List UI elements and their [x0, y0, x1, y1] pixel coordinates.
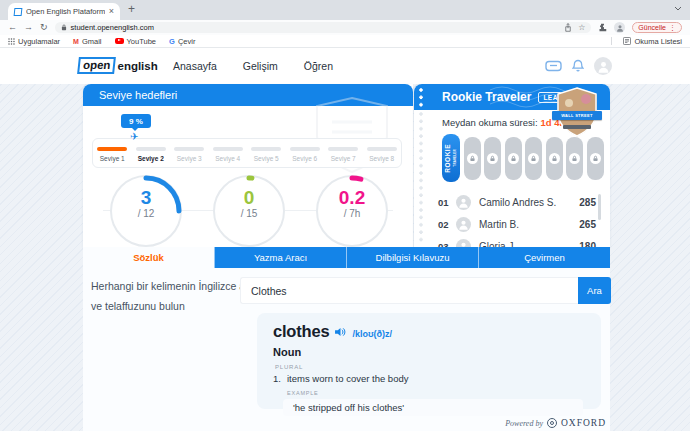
nav-ogren[interactable]: Öğren	[304, 60, 333, 72]
level-label: Seviye 6	[292, 155, 317, 162]
url-bar[interactable]: student.openenglish.com ☆	[55, 22, 592, 33]
locked-slot	[525, 137, 542, 180]
logo-english: english	[117, 60, 157, 72]
reading-list-icon	[623, 37, 631, 45]
leaderboard-scrollbar[interactable]	[598, 194, 601, 220]
google-translate-icon: G	[169, 37, 175, 46]
level-4: Seviye 4	[209, 147, 248, 167]
browser-tabstrip: Open English Plataforma × +	[0, 0, 690, 20]
tab-sozluk[interactable]: Sözlük	[83, 247, 214, 268]
extensions-puzzle-icon[interactable]	[598, 23, 607, 32]
lock-icon	[61, 24, 67, 31]
trophy-slots: ROOKIETRAVELER	[442, 134, 604, 182]
level-2: Seviye 2	[132, 147, 171, 167]
level-6: Seviye 6	[286, 147, 325, 167]
gmail-icon: M	[73, 38, 79, 45]
leaderboard-row: 02 Martin B. 265	[438, 213, 596, 235]
nav-anasayfa[interactable]: Anasayfa	[173, 60, 217, 72]
level-bar	[97, 147, 127, 151]
search-button[interactable]: Ara	[578, 277, 611, 304]
url-text: student.openenglish.com	[71, 23, 561, 32]
level-8: Seviye 8	[363, 147, 402, 167]
level-label: Seviye 2	[138, 155, 164, 162]
player-name: Martin B.	[479, 219, 579, 230]
locked-slot	[484, 137, 501, 180]
progress-tooltip: 9 %	[121, 114, 151, 128]
nav-gelisim[interactable]: Gelişim	[243, 60, 278, 72]
forward-icon[interactable]: →	[24, 23, 33, 32]
back-icon[interactable]: ←	[8, 23, 17, 32]
word-search-input[interactable]	[240, 277, 578, 304]
reload-icon[interactable]: ↻	[40, 23, 48, 32]
rank: 02	[438, 219, 456, 230]
level-bar	[251, 147, 281, 151]
level-7: Seviye 7	[324, 147, 363, 167]
chrome-update-button[interactable]: Güncelle ⋮	[632, 22, 682, 33]
level-bar	[213, 147, 243, 151]
logo-open: open	[77, 57, 116, 74]
league-shield-badge: WALL STREET	[555, 87, 599, 137]
metric-total: / 12	[108, 208, 184, 219]
oxford-logo-icon	[547, 418, 557, 428]
level-3: Seviye 3	[170, 147, 209, 167]
lock-icon	[549, 153, 560, 164]
lock-icon	[590, 153, 601, 164]
lock-icon	[528, 153, 539, 164]
player-name: Camilo Andres S.	[479, 197, 579, 208]
metric-value: 0.2	[314, 188, 390, 208]
bookmark-star-icon[interactable]: ☆	[578, 23, 585, 32]
levels-progress: Seviye 1 Seviye 2 Seviye 3 Seviye 4 Sevi…	[92, 138, 402, 168]
ticket-perforation	[419, 112, 423, 245]
part-of-speech: Noun	[273, 346, 585, 358]
locked-slot	[587, 137, 604, 180]
prompt-line-2: ve telaffuzunu bulun	[91, 300, 185, 312]
notifications-bell-icon[interactable]	[572, 59, 584, 73]
chrome-update-label: Güncelle	[638, 24, 666, 31]
browser-tab[interactable]: Open English Plataforma ×	[8, 3, 120, 20]
metric-lessons: 3/ 12	[108, 173, 184, 249]
level-bar	[328, 147, 358, 151]
tab-yazma-araci[interactable]: Yazma Aracı	[214, 247, 346, 268]
user-avatar[interactable]	[594, 57, 612, 75]
lock-icon	[487, 153, 498, 164]
apps-grid-icon	[8, 38, 15, 45]
browser-profile-avatar[interactable]	[614, 22, 625, 33]
locked-slot	[546, 137, 563, 180]
open-english-logo[interactable]: open english	[78, 57, 158, 74]
app-header: open english Anasayfa Gelişim Öğren	[0, 48, 690, 84]
bookmark-youtube[interactable]: YouTube	[115, 37, 156, 46]
tier-tab-rookie[interactable]: ROOKIETRAVELER	[442, 134, 460, 182]
speaker-icon[interactable]	[335, 327, 346, 337]
bookmark-label: Uygulamalar	[18, 37, 60, 46]
metric-hours: 0.2/ 7h	[314, 173, 390, 249]
shield-ribbon-label: WALL STREET	[561, 113, 592, 118]
chevron-down-icon[interactable]	[674, 4, 682, 12]
dictionary-search: Ara	[240, 277, 611, 304]
oxford-brand: OXFORD	[561, 418, 606, 428]
powered-by: Powered by OXFORD	[505, 418, 606, 428]
bookmark-translate[interactable]: G Çevir	[169, 37, 195, 46]
progress-tooltip-value: 9 %	[129, 117, 143, 126]
level-label: Seviye 3	[177, 155, 202, 162]
tier-label: ROOKIE	[444, 144, 451, 173]
tab-close-icon[interactable]: ×	[109, 7, 114, 16]
tab-dilbilgisi-kilavuzu[interactable]: Dilbilgisi Kılavuzu	[346, 247, 478, 268]
site-favicon	[14, 8, 23, 16]
kebab-menu-icon[interactable]: ⋮	[669, 24, 676, 32]
metric-activities: 0/ 15	[211, 173, 287, 249]
level-label: Seviye 8	[369, 155, 394, 162]
bookmark-apps[interactable]: Uygulamalar	[8, 37, 60, 46]
bookmark-label: YouTube	[127, 37, 156, 46]
reading-list-button[interactable]: Okuma Listesi	[623, 37, 682, 46]
chat-icon[interactable]	[545, 60, 562, 73]
locked-slot	[566, 137, 583, 180]
bookmark-gmail[interactable]: M Gmail	[73, 37, 101, 46]
metric-value: 3	[108, 188, 184, 208]
tab-cevirmen[interactable]: Çevirmen	[478, 247, 610, 268]
leaderboard-row: 01 Camilo Andres S. 285	[438, 191, 596, 213]
plane-icon: ✈	[130, 131, 138, 142]
avatar	[456, 217, 471, 232]
share-icon[interactable]	[564, 23, 572, 32]
new-tab-button[interactable]: +	[128, 2, 135, 16]
tools-tabbar: Sözlük Yazma Aracı Dilbilgisi Kılavuzu Ç…	[83, 247, 610, 268]
